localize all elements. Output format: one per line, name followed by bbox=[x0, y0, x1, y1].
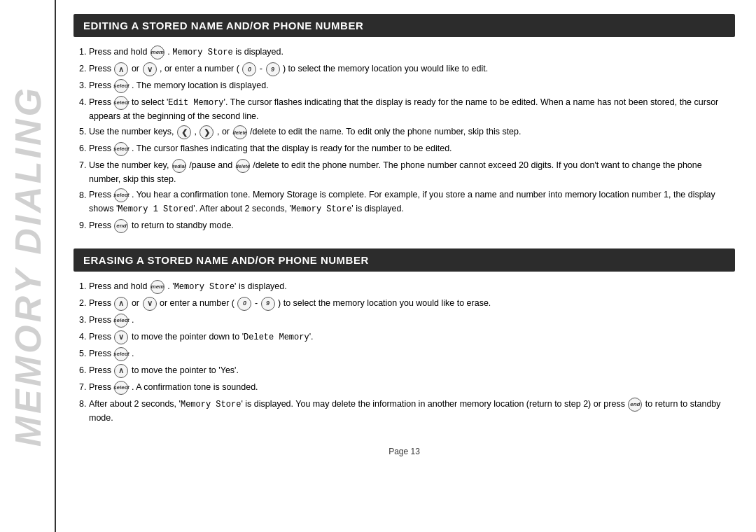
page-number: Page 13 bbox=[74, 447, 735, 456]
yes-text: Yes bbox=[220, 365, 234, 375]
zero-button-2: 0 bbox=[237, 297, 251, 311]
sidebar-watermark-text: MEMORY DIALING bbox=[7, 85, 49, 447]
up-button-1: ∧ bbox=[114, 62, 128, 76]
editing-step-9: Press end to return to standby mode. bbox=[89, 219, 735, 233]
nine-button-1: 9 bbox=[266, 62, 280, 76]
select-button-1: select bbox=[114, 79, 128, 93]
left-button: ❮ bbox=[177, 125, 191, 139]
editing-step-3: Press select . The memory location is di… bbox=[89, 79, 735, 93]
erasing-steps-list: Press and hold mem . 'Memory Store' is d… bbox=[74, 280, 735, 424]
select-button-2: select bbox=[114, 96, 128, 110]
end-button-2: end bbox=[628, 398, 642, 412]
erasing-step-3: Press select . bbox=[89, 314, 735, 328]
memory-1-stored-text: Memory 1 Stored bbox=[118, 204, 193, 214]
mem-button-1: mem bbox=[150, 46, 164, 59]
memory-store-text-2: Memory Store bbox=[291, 204, 351, 214]
mem-button-2: mem bbox=[150, 280, 164, 294]
edit-memory-text: Edit Memory bbox=[168, 98, 223, 108]
erasing-section: ERASING A STORED NAME AND/OR PHONE NUMBE… bbox=[74, 248, 735, 427]
erasing-step-6: Press ∧ to move the pointer to 'Yes'. bbox=[89, 364, 735, 378]
sidebar-divider bbox=[55, 0, 56, 532]
memory-store-text-4: Memory Store bbox=[181, 400, 241, 410]
main-content: EDITING A STORED NAME AND/OR PHONE NUMBE… bbox=[56, 0, 756, 532]
select-button-4: select bbox=[114, 188, 128, 202]
editing-step-1: Press and hold mem . Memory Store is dis… bbox=[89, 46, 735, 59]
select-button-3: select bbox=[114, 142, 128, 156]
nine-button-2: 9 bbox=[261, 297, 275, 311]
right-button: ❯ bbox=[200, 125, 214, 139]
select-button-6: select bbox=[114, 347, 128, 361]
erasing-step-8: After about 2 seconds, 'Memory Store' is… bbox=[89, 398, 735, 424]
editing-section-header: EDITING A STORED NAME AND/OR PHONE NUMBE… bbox=[74, 14, 735, 37]
erasing-section-header: ERASING A STORED NAME AND/OR PHONE NUMBE… bbox=[74, 248, 735, 272]
editing-step-5: Use the number keys, ❮ , ❯ , or delete /… bbox=[89, 125, 735, 139]
page: MEMORY DIALING EDITING A STORED NAME AND… bbox=[0, 0, 756, 532]
erasing-step-1: Press and hold mem . 'Memory Store' is d… bbox=[89, 280, 735, 294]
editing-step-2: Press ∧ or ∨ , or enter a number ( 0 - 9… bbox=[89, 62, 735, 76]
up-button-2: ∧ bbox=[114, 297, 128, 311]
memory-store-text-1: Memory Store bbox=[172, 48, 232, 57]
down-button-1: ∨ bbox=[143, 62, 157, 76]
down-button-2: ∨ bbox=[143, 297, 157, 311]
select-button-5: select bbox=[114, 314, 128, 328]
end-button-1: end bbox=[114, 219, 128, 233]
up-button-3: ∧ bbox=[114, 364, 128, 378]
delete-memory-text: Delete Memory bbox=[244, 332, 309, 342]
editing-steps-list: Press and hold mem . Memory Store is dis… bbox=[74, 46, 735, 233]
delete-button-1: delete bbox=[233, 125, 247, 139]
erasing-step-4: Press ∨ to move the pointer down to 'Del… bbox=[89, 330, 735, 344]
editing-step-8: Press select . You hear a confirmation t… bbox=[89, 188, 735, 216]
editing-step-6: Press select . The cursor flashes indica… bbox=[89, 142, 735, 156]
down-button-3: ∨ bbox=[114, 330, 128, 344]
select-button-7: select bbox=[114, 381, 128, 395]
erasing-step-5: Press select . bbox=[89, 347, 735, 361]
editing-section: EDITING A STORED NAME AND/OR PHONE NUMBE… bbox=[74, 14, 735, 236]
erasing-step-2: Press ∧ or ∨ or enter a number ( 0 - 9 )… bbox=[89, 297, 735, 311]
editing-step-7: Use the number key, redial /pause and de… bbox=[89, 159, 735, 186]
sidebar: MEMORY DIALING bbox=[0, 0, 56, 532]
editing-step-4: Press select to select 'Edit Memory'. Th… bbox=[89, 96, 735, 122]
memory-store-text-3: Memory Store bbox=[174, 282, 234, 292]
redial-button: redial bbox=[172, 159, 186, 173]
zero-button-1: 0 bbox=[242, 62, 256, 76]
erasing-step-7: Press select . A confirmation tone is so… bbox=[89, 381, 735, 395]
delete-button-2: delete bbox=[236, 159, 250, 173]
